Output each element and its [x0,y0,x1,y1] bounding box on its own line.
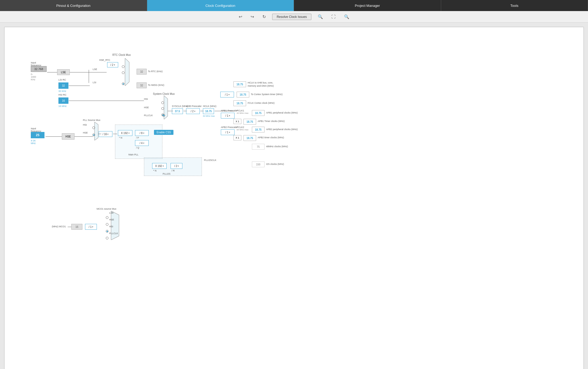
tab-project-label: Project Manager [355,4,380,8]
redo-button[interactable]: ↪ [248,13,256,20]
plli2s-box: PLLI2S X 192 * N / 2 / R [144,158,202,176]
mco1-hsi-radio[interactable] [106,230,108,233]
hsi-rc-value[interactable]: 16 [58,97,68,104]
cortex-div1-dropdown[interactable]: / 1 [220,92,234,97]
n-i2s-label: * N [153,169,157,172]
sysclk-value-box[interactable]: 37.5 [172,108,183,114]
lse-box[interactable]: LSE [57,69,70,75]
hclk-ahb-output-val: 18.75 [233,81,246,87]
lsi-rc-label: LSI RC [58,78,66,81]
mco1-div1-label: / 1 [89,225,92,228]
apb2-div1-label: / 1 [225,131,228,134]
tab-clock[interactable]: Clock Configuration [147,0,294,11]
rtc-mux-lse-radio[interactable] [122,71,124,74]
cortex-div1-label: / 1 [225,93,228,96]
apb1-timer-output-val: 18.75 [243,119,256,125]
apb2-prescaler-label: APB2 Prescaler [221,126,238,129]
pll-mux-hsi-radio[interactable] [92,126,95,129]
system-clock-mux-label: System Clock Mux [153,92,175,95]
input-freq-top-number: 32.768 [34,67,43,71]
hsi-sys-label: HSI [144,98,148,100]
pll-mux-hse-radio[interactable] [92,134,95,136]
enable-css-label: Enable CSS [157,131,171,134]
top-navigation: Pinout & Configuration Clock Configurati… [0,0,588,11]
mco1-val-box[interactable]: 16 [71,224,82,230]
cortex-timer-label: To Cortex System timer (MHz) [251,93,283,96]
r-label-i2s: / R [172,169,175,172]
rtc-mux-lsi-radio[interactable] [122,82,124,85]
input-freq-top-value[interactable]: 32.768 [31,66,47,72]
apb1-periph-label: APB1 peripheral clocks (MHz) [266,111,298,114]
ahb-div2-dropdown[interactable]: / 2 [186,108,200,114]
mco1-div1-dropdown[interactable]: / 1 [85,224,97,230]
div8-p-label: / 8 [139,132,142,135]
mco1-pllclk-label: PLLCLK [109,232,118,235]
tab-pinout[interactable]: Pinout & Configuration [0,0,147,11]
hclk-ahb-label1: HCLK to AHB bus, core, [248,81,273,84]
lsi-rc-value[interactable]: 32 [58,82,68,89]
enable-css-button[interactable]: Enable CSS [154,130,173,135]
div4-q-label: / 4 [139,142,142,145]
input-freq-bottom-number: 25 [36,133,39,137]
mul192-i2s-dropdown[interactable]: X 192 [152,163,167,169]
ahb-prescaler-label: AHB Prescaler [186,105,202,107]
mco1-lse-radio[interactable] [106,216,108,219]
q-label-main: / Q [136,146,139,149]
apb1-x1-box: X 1 [233,119,241,124]
plli2sclk-label: PLLI2SCLK [204,159,216,161]
div2-r-dropdown[interactable]: / 2 [171,163,182,169]
div2-hse-dropdown[interactable]: / 2 [107,62,118,67]
hsi-rc-unit: 16 MHz [58,105,67,107]
resolve-clock-button[interactable]: Resolve Clock Issues [272,14,311,20]
apb1-timer-label: APB1 Timer clocks (MHz) [258,120,285,122]
rtc-value-box: 32 [137,69,147,75]
line-hclk-out [215,111,234,111]
line-lsi-mux [69,86,90,86]
fit-button[interactable]: ⛶ [329,13,338,20]
input-freq-top-range: 0-1000 KHz [31,73,36,81]
div8-p-dropdown[interactable]: / 8 [135,130,149,136]
fclk-output-val: 18.75 [233,100,246,106]
mco1-hse-radio[interactable] [106,223,108,226]
apb1-periph-output-val: 18.75 [252,110,265,116]
svg-marker-2 [94,122,98,140]
apb2-div1-dropdown[interactable]: / 1 [221,129,235,135]
sys-mux-hsi-radio[interactable] [161,101,164,104]
pllclk-radio[interactable] [162,114,165,117]
hse-box[interactable]: HSE [62,133,74,140]
pllclk-sys-label: PLLCLK [144,114,153,117]
lsi-rc-unit: 32 KHz [58,90,66,92]
refresh-button[interactable]: ↻ [260,13,268,20]
lsi-line-label: LSI [93,81,96,84]
line-sysmux-sysclk [168,111,173,111]
div2-r-label: / 2 [174,165,177,168]
i2s-label: I2S clocks (MHz) [266,163,284,165]
zoom-in-button[interactable]: 🔍 [316,13,325,20]
line-input-hse [46,136,62,137]
div4-q-dropdown[interactable]: / 4 [135,140,149,146]
div16-m-dropdown[interactable]: / 16 [99,131,112,137]
undo-button[interactable]: ↩ [237,13,244,20]
tab-pinout-label: Pinout & Configuration [56,4,91,8]
sys-mux-hse-radio[interactable] [161,107,164,110]
input-freq-top-label: Input frequency [31,61,41,67]
clock-diagram-canvas: Input frequency 32.768 0-1000 KHz LSE LS… [4,27,584,369]
48mhz-output-val: 75 [252,144,265,150]
zoom-out-button[interactable]: 🔍 [342,13,351,20]
input-freq-bottom-value[interactable]: 25 [31,132,44,138]
mul192-n-label: X 192 [121,132,128,135]
mco1-output-label: (MHz) MCO1 [52,225,66,228]
mco1-pllclk-radio[interactable] [106,237,108,239]
line-lse-mux [70,72,107,72]
line-ahb-hclk [200,111,203,111]
tab-tools[interactable]: Tools [441,0,588,11]
apb1-div1-dropdown[interactable]: / 1 [221,113,235,119]
rtc-mux-hse-radio[interactable] [122,65,124,68]
hclk-value-box[interactable]: 18.75 [203,108,214,114]
tab-project[interactable]: Project Manager [294,0,441,11]
mul192-n-dropdown[interactable]: X 192 [118,130,132,136]
pll-source-mux-label: PLL Source Mux [83,119,100,121]
apb2-timer-label: APB2 timer clocks (MHz) [258,136,284,139]
clock-diagram: Input frequency 32.768 0-1000 KHz LSE LS… [4,27,584,369]
hse-sys-label: HSE [144,106,149,109]
